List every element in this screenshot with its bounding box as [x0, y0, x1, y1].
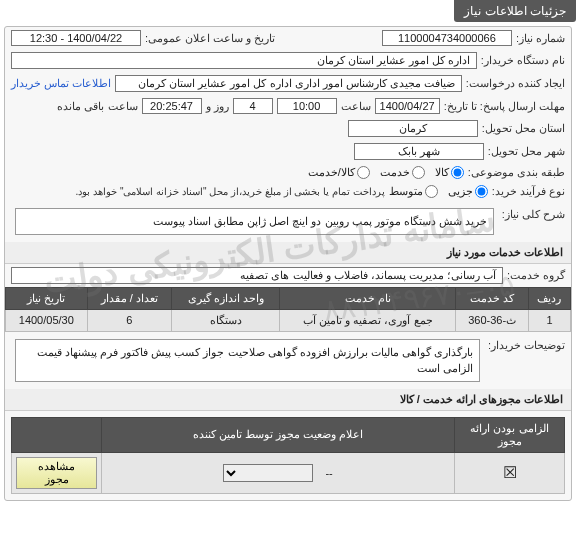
- radio-khedmat-label: خدمت: [380, 166, 410, 179]
- radio-kala-input[interactable]: [451, 166, 464, 179]
- status-select[interactable]: [223, 464, 313, 482]
- main-desc-value: خرید شش دستگاه موتور پمپ روبین دو اینچ ا…: [15, 208, 494, 235]
- permits-table: الزامی بودن ارائه مجوز اعلام وضعیت مجوز …: [11, 417, 565, 494]
- td-code: ث-36-360: [456, 309, 529, 331]
- contact-link[interactable]: اطلاعات تماس خریدار: [11, 77, 111, 90]
- permits-header-row: الزامی بودن ارائه مجوز اعلام وضعیت مجوز …: [12, 417, 565, 452]
- services-section-title: اطلاعات خدمات مورد نیاز: [5, 242, 571, 264]
- td-unit: دستگاه: [171, 309, 279, 331]
- table-row: 1 ث-36-360 جمع آوری، تصفیه و تامین آب دس…: [6, 309, 571, 331]
- services-table: ردیف کد خدمت نام خدمت واحد اندازه گیری ت…: [5, 287, 571, 332]
- radio-jozi-label: جزیی: [448, 185, 473, 198]
- tab-title: جزئیات اطلاعات نیاز: [454, 0, 576, 22]
- announce-value: 1400/04/22 - 12:30: [11, 30, 141, 46]
- city-value: شهر بابک: [354, 143, 484, 160]
- td-row: 1: [528, 309, 570, 331]
- radio-khedmat[interactable]: خدمت: [380, 166, 425, 179]
- announce-label: تاریخ و ساعت اعلان عمومی:: [145, 32, 275, 45]
- deadline-time: 10:00: [277, 98, 337, 114]
- radio-kala[interactable]: کالا: [435, 166, 464, 179]
- subject-cat-label: طبقه بندی موضوعی:: [468, 166, 565, 179]
- need-no-value: 1100004734000066: [382, 30, 512, 46]
- radio-motavaset[interactable]: متوسط: [389, 185, 438, 198]
- time-label-1: ساعت: [341, 100, 371, 113]
- need-no-label: شماره نیاز:: [516, 32, 565, 45]
- days-and-label: روز و: [206, 100, 229, 113]
- mandatory-checkbox: ☒: [455, 452, 565, 493]
- radio-jozi-input[interactable]: [475, 185, 488, 198]
- main-panel: شماره نیاز: 1100004734000066 تاریخ و ساع…: [4, 26, 572, 501]
- permits-section-title: اطلاعات مجوزهای ارائه خدمت / کالا: [5, 389, 571, 411]
- action-cell: مشاهده مجوز: [12, 452, 102, 493]
- buyer-label: نام دستگاه خریدار:: [481, 54, 565, 67]
- province-value: کرمان: [348, 120, 478, 137]
- th-code: کد خدمت: [456, 287, 529, 309]
- remain-time: 20:25:47: [142, 98, 202, 114]
- radio-kalakhedmat[interactable]: کالا/خدمت: [308, 166, 370, 179]
- td-date: 1400/05/30: [6, 309, 88, 331]
- radio-kalakhedmat-input[interactable]: [357, 166, 370, 179]
- days-value: 4: [233, 98, 273, 114]
- service-group-value: آب رسانی؛ مدیریت پسماند، فاضلاب و فعالیت…: [11, 267, 503, 284]
- permits-row: ☒ -- مشاهده مجوز: [12, 452, 565, 493]
- deadline-date: 1400/04/27: [375, 98, 440, 114]
- requester-value: ضیافت مجیدی کارشناس امور اداری اداره کل …: [115, 75, 462, 92]
- buyer-note-value: بارگذاری گواهی مالیات برارزش افزوده گواه…: [15, 339, 480, 382]
- requester-label: ایجاد کننده درخواست:: [466, 77, 565, 90]
- process-label: نوع فرآیند خرید:: [492, 185, 565, 198]
- td-qty: 6: [87, 309, 171, 331]
- th-date: تاریخ نیاز: [6, 287, 88, 309]
- process-group: جزیی متوسط: [389, 185, 488, 198]
- th-qty: تعداد / مقدار: [87, 287, 171, 309]
- td-name: جمع آوری، تصفیه و تامین آب: [280, 309, 456, 331]
- th-action: [12, 417, 102, 452]
- radio-kalakhedmat-label: کالا/خدمت: [308, 166, 355, 179]
- radio-motavaset-input[interactable]: [425, 185, 438, 198]
- th-row: ردیف: [528, 287, 570, 309]
- th-mandatory: الزامی بودن ارائه مجوز: [455, 417, 565, 452]
- process-note: پرداخت تمام یا بخشی از مبلغ خرید،از محل …: [76, 186, 385, 197]
- table-header-row: ردیف کد خدمت نام خدمت واحد اندازه گیری ت…: [6, 287, 571, 309]
- view-permit-button[interactable]: مشاهده مجوز: [16, 457, 97, 489]
- subject-cat-group: کالا خدمت کالا/خدمت: [308, 166, 464, 179]
- radio-kala-label: کالا: [435, 166, 449, 179]
- remain-label: ساعت باقی مانده: [57, 100, 137, 113]
- main-desc-label: شرح کلی نیاز:: [502, 204, 565, 221]
- radio-jozi[interactable]: جزیی: [448, 185, 488, 198]
- city-label: شهر محل تحویل:: [488, 145, 565, 158]
- deadline-label: مهلت ارسال پاسخ: تا تاریخ:: [444, 100, 565, 113]
- buyer-note-label: توضیحات خریدار:: [488, 335, 565, 352]
- radio-motavaset-label: متوسط: [389, 185, 423, 198]
- th-status: اعلام وضعیت مجوز توسط تامین کننده: [102, 417, 455, 452]
- th-unit: واحد اندازه گیری: [171, 287, 279, 309]
- radio-khedmat-input[interactable]: [412, 166, 425, 179]
- status-dash: --: [325, 467, 332, 479]
- province-label: استان محل تحویل:: [482, 122, 565, 135]
- status-cell: --: [102, 452, 455, 493]
- th-name: نام خدمت: [280, 287, 456, 309]
- buyer-value: اداره کل امور عشایر استان کرمان: [11, 52, 477, 69]
- service-group-label: گروه خدمت:: [507, 269, 565, 282]
